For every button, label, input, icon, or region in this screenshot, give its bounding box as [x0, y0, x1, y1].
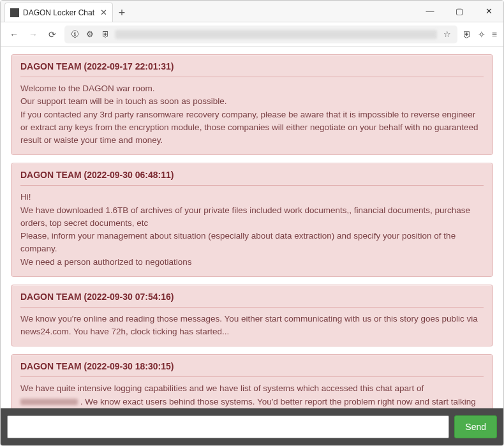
message-header: DAGON TEAM (2022-09-30 18:30:15): [20, 361, 484, 377]
browser-toolbar: ← → ⟳ 🛈 ⚙ ⛨ ☆ ⛨ ✧ ≡: [1, 22, 503, 47]
message-body: We know you're online and reading those …: [20, 313, 484, 339]
minimize-button[interactable]: —: [415, 0, 445, 22]
message-timestamp: 2022-09-30 18:30:15: [87, 361, 171, 371]
message-input[interactable]: [7, 415, 449, 438]
chat-message: DAGON TEAM (2022-09-30 18:30:15) We have…: [11, 354, 493, 408]
close-window-button[interactable]: ✕: [474, 0, 503, 22]
chat-message: DAGON TEAM (2022-09-17 22:01:31) Welcome…: [11, 54, 493, 155]
message-body-post: . We know exact users behind those syste…: [20, 397, 476, 409]
url-bar[interactable]: 🛈 ⚙ ⛨ ☆: [64, 26, 457, 43]
send-button[interactable]: Send: [454, 415, 497, 438]
titlebar: DAGON Locker Chat ✕ + — ▢ ✕: [1, 1, 503, 22]
message-body: Hi!We have downloaded 1.6TB of archives …: [20, 191, 484, 269]
chat-content: DAGON TEAM (2022-09-17 22:01:31) Welcome…: [1, 47, 503, 408]
message-author: DAGON TEAM: [20, 361, 82, 371]
message-body: We have quite intensive logging capabili…: [20, 382, 484, 408]
tracking-icon[interactable]: ⛨: [463, 29, 471, 40]
message-author: DAGON TEAM: [20, 292, 82, 302]
message-timestamp: 2022-09-30 07:54:16: [87, 292, 171, 302]
menu-icon[interactable]: ≡: [492, 29, 497, 40]
message-header: DAGON TEAM (2022-09-17 22:01:31): [20, 61, 484, 77]
chat-footer: Send: [1, 408, 503, 445]
redacted-text: [20, 399, 78, 405]
message-timestamp: 2022-09-30 06:48:11: [87, 170, 171, 180]
message-body: Welcome to the DAGON war room.Our suppor…: [20, 82, 484, 147]
site-info-icon[interactable]: 🛈: [70, 29, 80, 39]
window-controls: — ▢ ✕: [415, 0, 503, 22]
forward-button: →: [26, 27, 40, 41]
message-author: DAGON TEAM: [20, 170, 82, 180]
new-tab-button[interactable]: +: [113, 4, 131, 22]
message-body-pre: We have quite intensive logging capabili…: [20, 383, 424, 393]
reload-button[interactable]: ⟳: [45, 27, 59, 41]
message-header: DAGON TEAM (2022-09-30 07:54:16): [20, 292, 484, 308]
url-text-blurred: [115, 30, 437, 39]
chat-message: DAGON TEAM (2022-09-30 07:54:16) We know…: [11, 285, 493, 347]
chat-message: DAGON TEAM (2022-09-30 06:48:11) Hi!We h…: [11, 163, 493, 277]
maximize-button[interactable]: ▢: [445, 0, 474, 22]
message-timestamp: 2022-09-17 22:01:31: [87, 61, 171, 71]
back-button[interactable]: ←: [7, 27, 21, 41]
toolbar-right-icons: ⛨ ✧ ≡: [463, 29, 497, 40]
extension-icon[interactable]: ✧: [478, 29, 485, 40]
bookmark-star-icon[interactable]: ☆: [442, 29, 452, 39]
tab-close-icon[interactable]: ✕: [100, 8, 107, 17]
shield-icon[interactable]: ⛨: [100, 29, 110, 39]
tab-favicon: [10, 8, 19, 17]
permissions-icon[interactable]: ⚙: [85, 29, 95, 39]
message-header: DAGON TEAM (2022-09-30 06:48:11): [20, 170, 484, 186]
browser-tab[interactable]: DAGON Locker Chat ✕: [4, 3, 113, 22]
message-author: DAGON TEAM: [20, 61, 82, 71]
tab-title: DAGON Locker Chat: [23, 8, 94, 17]
